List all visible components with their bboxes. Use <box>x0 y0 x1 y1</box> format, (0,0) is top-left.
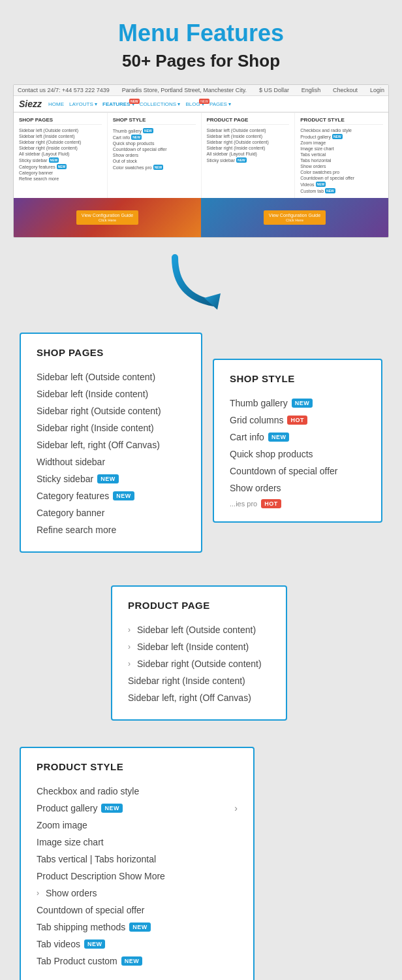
item-label: Tab shipping methods <box>37 922 125 932</box>
item-label: Thumb gallery <box>230 398 288 408</box>
preview-currency: $ US Dollar <box>259 87 289 93</box>
shop-pages-item[interactable]: Widthout sidebar <box>37 453 185 470</box>
preview-item: Sidebar left (Outside content) <box>19 127 102 133</box>
chevron-icon: › <box>128 659 131 668</box>
preview-item: Sidebar left (Inside content) <box>19 133 102 139</box>
preview-item: Sidebar left (Outside content) <box>207 127 290 133</box>
shop-style-item[interactable]: Grid columns HOT <box>230 412 365 429</box>
product-style-item[interactable]: Tabs vertical | Tabs horizontal <box>37 851 238 868</box>
preview-col-product-style: PRODUCT STYLE Checkbox and radio style P… <box>295 113 388 198</box>
preview-contact: Contact us 24/7: +44 573 222 7439 <box>18 87 110 93</box>
nav-features[interactable]: FEATURES ▾ NEW <box>102 101 134 107</box>
item-label: Countdown of special offer <box>230 466 338 476</box>
item-label: Sidebar left, right (Off Canvas) <box>37 440 160 450</box>
nav-home[interactable]: HOME <box>48 101 64 107</box>
new-badge: NEW <box>101 804 123 813</box>
blog-badge: NEW <box>199 99 209 104</box>
item-label: Category features <box>37 491 109 501</box>
preview-item: Sidebar right (Outside content) <box>207 139 290 145</box>
item-label: Zoom image <box>37 820 87 830</box>
preview-nav: Siezz HOME LAYOUTS ▾ FEATURES ▾ NEW COLL… <box>14 96 388 112</box>
product-style-item[interactable]: Tab Product custom NEW <box>37 953 238 970</box>
product-page-item[interactable]: Sidebar right (Inside content) <box>128 672 270 689</box>
preview-item: Tabs horizontal <box>300 157 383 163</box>
nav-collections[interactable]: COLLECTIONS ▾ <box>140 101 181 107</box>
preview-item: Sidebar right (Outside content) <box>19 139 102 145</box>
page-subtitle: 50+ Pages for Shop <box>13 51 389 71</box>
product-style-item[interactable]: Checkbox and radio style <box>37 783 238 800</box>
nav-blog[interactable]: BLOG ▾ NEW <box>185 101 204 107</box>
item-label: Product Description Show More <box>37 871 165 881</box>
shop-pages-card: SHOP PAGES Sidebar left (Outside content… <box>20 333 202 553</box>
screenshot-preview: Contact us 24/7: +44 573 222 7439 Paradi… <box>13 84 389 238</box>
preview-item: All sidebar (Layout Fluid) <box>19 151 102 157</box>
preview-item: All sidebar (Layout Fluid) <box>207 151 290 157</box>
shop-style-item[interactable]: Show orders <box>230 480 365 497</box>
preview-item: Product gallery NEW <box>300 133 383 140</box>
item-label: Sidebar right (Inside content) <box>128 676 245 686</box>
down-arrow-icon <box>162 244 240 323</box>
new-badge: NEW <box>84 939 106 949</box>
shop-pages-item[interactable]: Sidebar left, right (Off Canvas) <box>37 436 185 453</box>
preview-item: Countdown of special offer <box>113 146 196 152</box>
preview-col-title: PRODUCT STYLE <box>300 117 383 125</box>
shop-pages-item[interactable]: Sidebar left (Inside content) <box>37 385 185 402</box>
product-page-item[interactable]: › Sidebar right (Outside content) <box>128 655 270 672</box>
shop-pages-item[interactable]: Refine search more <box>37 521 185 538</box>
shop-style-title: SHOP STYLE <box>230 373 365 384</box>
product-style-item[interactable]: Countdown of special offer <box>37 902 238 919</box>
product-style-item[interactable]: Tab shipping methods NEW <box>37 919 238 936</box>
item-label: Sidebar right (Outside content) <box>37 406 161 416</box>
chevron-icon: › <box>128 625 131 634</box>
arrow-container <box>13 244 389 323</box>
partial-text: ...ies pro <box>230 500 257 508</box>
preview-col-title: SHOP STYLE <box>113 117 196 125</box>
nav-pages[interactable]: PAGES ▾ <box>209 101 231 107</box>
shop-pages-item[interactable]: Category features NEW <box>37 487 185 504</box>
shop-style-item[interactable]: Quick shop products <box>230 446 365 463</box>
preview-language: English <box>302 87 321 93</box>
product-page-item[interactable]: Sidebar left, right (Off Canvas) <box>128 689 270 706</box>
preview-item: Image size chart <box>300 146 383 152</box>
preview-item: Sticky sidebar NEW <box>207 157 290 163</box>
product-style-item[interactable]: Zoom image <box>37 817 238 834</box>
item-label: Sidebar right (Inside content) <box>37 423 154 433</box>
product-style-item[interactable]: Product gallery NEW › <box>37 800 238 817</box>
chevron-icon: › <box>128 642 131 651</box>
preview-col-title: PRODUCT PAGE <box>207 117 290 125</box>
chevron-icon: › <box>37 889 39 898</box>
product-style-item[interactable]: Image size chart <box>37 834 238 851</box>
preview-checkout: Checkout <box>333 87 358 93</box>
config-btn-left[interactable]: View Configuration GuideClick Here <box>76 210 138 225</box>
hot-badge: HOT <box>287 416 307 425</box>
shop-pages-item[interactable]: Sticky sidebar NEW <box>37 470 185 487</box>
preview-banner: View Configuration GuideClick Here View … <box>14 198 388 237</box>
nav-layouts[interactable]: LAYOUTS ▾ <box>69 101 97 107</box>
shop-pages-item[interactable]: Category banner <box>37 504 185 521</box>
shop-style-item[interactable]: Countdown of special offer <box>230 463 365 480</box>
preview-item: Zoom image <box>300 140 383 146</box>
page-title: Menu Features <box>13 20 389 47</box>
product-page-item[interactable]: › Sidebar left (Outside content) <box>128 621 270 638</box>
product-page-item[interactable]: › Sidebar left (Inside content) <box>128 638 270 655</box>
item-label: Quick shop products <box>230 449 313 459</box>
row1: SHOP PAGES Sidebar left (Outside content… <box>20 333 382 566</box>
preview-dropdown: SHOP PAGES Sidebar left (Outside content… <box>14 112 388 198</box>
config-btn-right[interactable]: View Configuration GuideClick Here <box>264 210 326 225</box>
preview-logo: Siezz <box>19 99 42 109</box>
shop-pages-item[interactable]: Sidebar right (Outside content) <box>37 402 185 419</box>
product-style-item[interactable]: Product Description Show More <box>37 868 238 885</box>
product-style-item[interactable]: › Show orders <box>37 885 238 902</box>
preview-item: Videos NEW <box>300 181 383 188</box>
new-badge: NEW <box>129 923 151 932</box>
preview-item: Show orders <box>113 152 196 158</box>
preview-item: Sticky sidebar NEW <box>19 157 102 163</box>
item-label: Countdown of special offer <box>37 905 145 915</box>
shop-pages-item[interactable]: Sidebar left (Outside content) <box>37 368 185 385</box>
product-style-item[interactable]: Tab videos NEW <box>37 936 238 953</box>
shop-pages-item[interactable]: Sidebar right (Inside content) <box>37 419 185 436</box>
shop-style-item[interactable]: Cart info NEW <box>230 429 365 446</box>
preview-item: Countdown of special offer <box>300 175 383 181</box>
preview-nav-items: HOME LAYOUTS ▾ FEATURES ▾ NEW COLLECTION… <box>48 101 231 107</box>
shop-style-item[interactable]: Thumb gallery NEW <box>230 395 365 412</box>
